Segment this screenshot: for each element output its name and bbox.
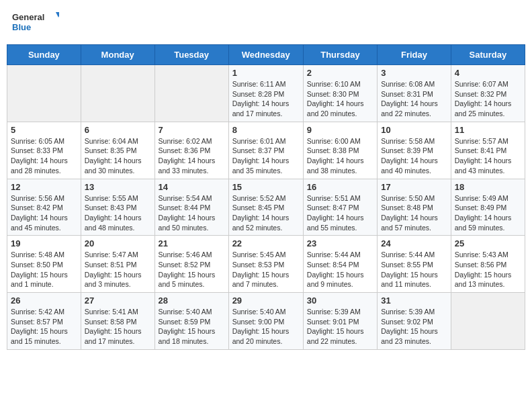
day-number: 2 [307, 68, 373, 78]
logo: General Blue [12, 9, 59, 36]
day-info: Sunrise: 5:55 AMSunset: 8:43 PMDaylight:… [85, 193, 151, 233]
calendar-header-row: SundayMondayTuesdayWednesdayThursdayFrid… [7, 45, 525, 65]
calendar-cell: 9Sunrise: 6:00 AMSunset: 8:38 PMDaylight… [303, 122, 377, 179]
day-number: 14 [159, 182, 225, 192]
day-info: Sunrise: 6:08 AMSunset: 8:31 PMDaylight:… [381, 79, 447, 119]
calendar-cell: 20Sunrise: 5:47 AMSunset: 8:51 PMDayligh… [81, 236, 154, 293]
day-info: Sunrise: 5:44 AMSunset: 8:54 PMDaylight:… [307, 250, 373, 289]
day-number: 6 [85, 125, 151, 135]
day-info: Sunrise: 5:40 AMSunset: 8:59 PMDaylight:… [159, 307, 225, 347]
day-info: Sunrise: 6:07 AMSunset: 8:32 PMDaylight:… [455, 79, 521, 119]
col-header-friday: Friday [378, 45, 451, 65]
calendar-cell: 12Sunrise: 5:56 AMSunset: 8:42 PMDayligh… [7, 179, 81, 236]
day-number: 15 [232, 182, 300, 192]
calendar-cell: 15Sunrise: 5:52 AMSunset: 8:45 PMDayligh… [228, 179, 303, 236]
calendar-cell [81, 65, 154, 122]
day-number: 27 [85, 295, 151, 306]
day-number: 28 [159, 295, 225, 306]
calendar-cell: 19Sunrise: 5:48 AMSunset: 8:50 PMDayligh… [7, 236, 81, 293]
col-header-monday: Monday [81, 45, 154, 65]
day-info: Sunrise: 6:05 AMSunset: 8:33 PMDaylight:… [11, 136, 77, 176]
day-info: Sunrise: 6:02 AMSunset: 8:36 PMDaylight:… [159, 136, 225, 176]
calendar-week-row: 19Sunrise: 5:48 AMSunset: 8:50 PMDayligh… [7, 236, 525, 293]
day-info: Sunrise: 5:42 AMSunset: 8:57 PMDaylight:… [11, 307, 77, 347]
col-header-tuesday: Tuesday [154, 45, 228, 65]
calendar-cell [7, 65, 81, 122]
day-number: 10 [381, 125, 447, 135]
calendar-cell: 3Sunrise: 6:08 AMSunset: 8:31 PMDaylight… [378, 65, 451, 122]
calendar-week-row: 12Sunrise: 5:56 AMSunset: 8:42 PMDayligh… [7, 179, 525, 236]
day-number: 24 [381, 238, 447, 248]
day-number: 20 [85, 238, 151, 248]
day-info: Sunrise: 5:43 AMSunset: 8:56 PMDaylight:… [455, 250, 521, 289]
calendar-cell: 7Sunrise: 6:02 AMSunset: 8:36 PMDaylight… [154, 122, 228, 179]
day-number: 5 [11, 125, 77, 135]
calendar-cell: 14Sunrise: 5:54 AMSunset: 8:44 PMDayligh… [154, 179, 228, 236]
calendar-cell: 23Sunrise: 5:44 AMSunset: 8:54 PMDayligh… [303, 236, 377, 293]
svg-text:General: General [12, 12, 44, 22]
calendar-cell: 11Sunrise: 5:57 AMSunset: 8:41 PMDayligh… [451, 122, 525, 179]
calendar-week-row: 5Sunrise: 6:05 AMSunset: 8:33 PMDaylight… [7, 122, 525, 179]
calendar-cell: 13Sunrise: 5:55 AMSunset: 8:43 PMDayligh… [81, 179, 154, 236]
day-info: Sunrise: 5:41 AMSunset: 8:58 PMDaylight:… [85, 307, 151, 347]
calendar-cell: 21Sunrise: 5:46 AMSunset: 8:52 PMDayligh… [154, 236, 228, 293]
day-number: 4 [455, 68, 521, 78]
day-number: 25 [455, 238, 521, 248]
day-info: Sunrise: 6:11 AMSunset: 8:28 PMDaylight:… [232, 79, 300, 119]
calendar-cell: 1Sunrise: 6:11 AMSunset: 8:28 PMDaylight… [228, 65, 303, 122]
calendar-cell: 31Sunrise: 5:39 AMSunset: 9:02 PMDayligh… [378, 293, 451, 350]
day-number: 31 [381, 295, 447, 306]
calendar-cell [154, 65, 228, 122]
day-info: Sunrise: 6:00 AMSunset: 8:38 PMDaylight:… [307, 136, 373, 176]
day-info: Sunrise: 5:58 AMSunset: 8:39 PMDaylight:… [381, 136, 447, 176]
day-number: 8 [232, 125, 300, 135]
day-number: 19 [11, 238, 77, 248]
calendar-week-row: 26Sunrise: 5:42 AMSunset: 8:57 PMDayligh… [7, 293, 525, 350]
day-info: Sunrise: 5:48 AMSunset: 8:50 PMDaylight:… [11, 250, 77, 289]
col-header-thursday: Thursday [303, 45, 377, 65]
col-header-wednesday: Wednesday [228, 45, 303, 65]
calendar-cell: 28Sunrise: 5:40 AMSunset: 8:59 PMDayligh… [154, 293, 228, 350]
day-number: 30 [307, 295, 373, 306]
day-number: 21 [159, 238, 225, 248]
calendar-cell: 24Sunrise: 5:44 AMSunset: 8:55 PMDayligh… [378, 236, 451, 293]
day-number: 1 [232, 68, 300, 78]
day-number: 12 [11, 182, 77, 192]
day-info: Sunrise: 5:51 AMSunset: 8:47 PMDaylight:… [307, 193, 373, 233]
svg-text:Blue: Blue [12, 22, 31, 32]
svg-marker-2 [56, 12, 59, 17]
calendar-week-row: 1Sunrise: 6:11 AMSunset: 8:28 PMDaylight… [7, 65, 525, 122]
day-info: Sunrise: 5:52 AMSunset: 8:45 PMDaylight:… [232, 193, 300, 233]
day-number: 13 [85, 182, 151, 192]
calendar-cell: 22Sunrise: 5:45 AMSunset: 8:53 PMDayligh… [228, 236, 303, 293]
day-number: 26 [11, 295, 77, 306]
day-info: Sunrise: 5:46 AMSunset: 8:52 PMDaylight:… [159, 250, 225, 289]
calendar-cell: 29Sunrise: 5:40 AMSunset: 9:00 PMDayligh… [228, 293, 303, 350]
day-info: Sunrise: 5:47 AMSunset: 8:51 PMDaylight:… [85, 250, 151, 289]
day-info: Sunrise: 5:45 AMSunset: 8:53 PMDaylight:… [232, 250, 300, 289]
calendar-cell: 17Sunrise: 5:50 AMSunset: 8:48 PMDayligh… [378, 179, 451, 236]
calendar-table: SundayMondayTuesdayWednesdayThursdayFrid… [7, 44, 525, 350]
day-info: Sunrise: 5:50 AMSunset: 8:48 PMDaylight:… [381, 193, 447, 233]
col-header-sunday: Sunday [7, 45, 81, 65]
day-info: Sunrise: 6:01 AMSunset: 8:37 PMDaylight:… [232, 136, 300, 176]
calendar-cell: 18Sunrise: 5:49 AMSunset: 8:49 PMDayligh… [451, 179, 525, 236]
day-number: 29 [232, 295, 300, 306]
calendar-cell: 6Sunrise: 6:04 AMSunset: 8:35 PMDaylight… [81, 122, 154, 179]
day-number: 18 [455, 182, 521, 192]
day-number: 22 [232, 238, 300, 248]
calendar-cell: 25Sunrise: 5:43 AMSunset: 8:56 PMDayligh… [451, 236, 525, 293]
day-number: 3 [381, 68, 447, 78]
day-info: Sunrise: 5:39 AMSunset: 9:02 PMDaylight:… [381, 307, 447, 347]
calendar-cell: 5Sunrise: 6:05 AMSunset: 8:33 PMDaylight… [7, 122, 81, 179]
day-number: 16 [307, 182, 373, 192]
header: General Blue [7, 7, 525, 39]
day-info: Sunrise: 6:10 AMSunset: 8:30 PMDaylight:… [307, 79, 373, 119]
day-info: Sunrise: 5:49 AMSunset: 8:49 PMDaylight:… [455, 193, 521, 233]
day-info: Sunrise: 5:57 AMSunset: 8:41 PMDaylight:… [455, 136, 521, 176]
day-number: 7 [159, 125, 225, 135]
calendar-cell: 27Sunrise: 5:41 AMSunset: 8:58 PMDayligh… [81, 293, 154, 350]
calendar-cell: 16Sunrise: 5:51 AMSunset: 8:47 PMDayligh… [303, 179, 377, 236]
calendar-cell [451, 293, 525, 350]
calendar-cell: 30Sunrise: 5:39 AMSunset: 9:01 PMDayligh… [303, 293, 377, 350]
